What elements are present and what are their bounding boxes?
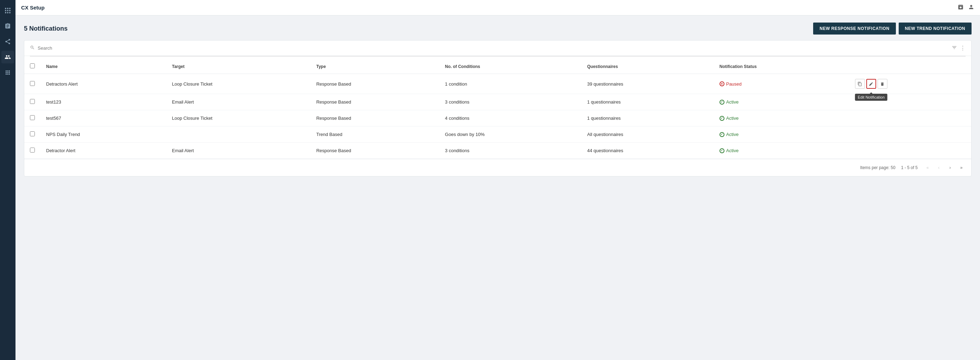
cell-actions	[850, 110, 971, 126]
archive-icon[interactable]	[958, 4, 964, 12]
table-row: NPS Daily TrendTrend BasedGoes down by 1…	[24, 126, 971, 143]
cell-actions	[850, 126, 971, 143]
table-row: Detractor AlertEmail AlertResponse Based…	[24, 143, 971, 159]
clipboard-icon[interactable]	[2, 20, 14, 32]
cell-type: Response Based	[310, 74, 439, 94]
cell-name: NPS Daily Trend	[40, 126, 166, 143]
page-title-text: Notifications	[29, 25, 68, 32]
notifications-card: ⋮ Name Target Type No. of	[24, 40, 972, 177]
page-header: 5 Notifications NEW RESPONSE NOTIFICATIO…	[24, 22, 972, 35]
notification-count: 5	[24, 25, 27, 32]
cell-name: test567	[40, 110, 166, 126]
cell-type: Response Based	[310, 143, 439, 159]
cell-questionnaires: 1 questionnaires	[582, 110, 714, 126]
pagination-last[interactable]: »	[957, 163, 966, 172]
items-per-page-label: Items per page: 50	[860, 165, 896, 170]
content-area: 5 Notifications NEW RESPONSE NOTIFICATIO…	[16, 16, 980, 360]
row-checkbox[interactable]	[30, 148, 35, 153]
cell-type: Response Based	[310, 94, 439, 110]
new-response-notification-button[interactable]: NEW RESPONSE NOTIFICATION	[813, 22, 896, 35]
cell-status: ✕ Paused	[714, 74, 850, 94]
col-name: Name	[40, 59, 166, 74]
cell-type: Response Based	[310, 110, 439, 126]
pagination-prev[interactable]: ‹	[935, 163, 943, 172]
search-actions: ⋮	[951, 45, 966, 51]
cell-status: ✓ Active	[714, 143, 850, 159]
col-target: Target	[166, 59, 310, 74]
cell-target	[166, 126, 310, 143]
cell-target: Loop Closure Ticket	[166, 110, 310, 126]
more-options-icon[interactable]: ⋮	[960, 45, 966, 51]
copy-button[interactable]	[855, 79, 865, 89]
cell-conditions: 1 condition	[439, 74, 582, 94]
table-row: Detractors AlertLoop Closure TicketRespo…	[24, 74, 971, 94]
new-trend-notification-button[interactable]: NEW TREND NOTIFICATION	[899, 22, 972, 35]
app-title-text: CX Setup	[21, 5, 45, 11]
table-header-row: Name Target Type No. of Conditions Quest…	[24, 59, 971, 74]
pagination-next[interactable]: ›	[946, 163, 954, 172]
sidebar	[0, 0, 16, 360]
topbar: CX Setup	[16, 0, 980, 16]
main-container: CX Setup 5 Notifications NEW RESPONSE NO…	[16, 0, 980, 360]
cell-status: ✓ Active	[714, 126, 850, 143]
col-type: Type	[310, 59, 439, 74]
grid-icon[interactable]	[2, 4, 14, 17]
topbar-right	[958, 4, 974, 12]
app-title: CX Setup	[21, 5, 45, 11]
cell-conditions: 3 conditions	[439, 143, 582, 159]
cell-questionnaires: All questionnaires	[582, 126, 714, 143]
cell-questionnaires: 44 questionnaires	[582, 143, 714, 159]
cell-type: Trend Based	[310, 126, 439, 143]
table-wrap: Name Target Type No. of Conditions Quest…	[24, 59, 971, 159]
cell-actions	[850, 143, 971, 159]
people-icon[interactable]	[2, 51, 14, 64]
items-per-page-value: 50	[891, 165, 895, 170]
cell-target: Loop Closure Ticket	[166, 74, 310, 94]
select-all-checkbox[interactable]	[30, 64, 35, 68]
col-actions	[850, 59, 971, 74]
row-checkbox[interactable]	[30, 115, 35, 120]
edit-tooltip-wrap: Edit Notification	[866, 79, 876, 89]
notifications-table: Name Target Type No. of Conditions Quest…	[24, 59, 971, 159]
select-all-cell	[24, 59, 40, 74]
search-input[interactable]	[38, 45, 951, 51]
row-checkbox[interactable]	[30, 81, 35, 86]
row-checkbox[interactable]	[30, 131, 35, 136]
cell-name: test123	[40, 94, 166, 110]
cell-status: ✓ Active	[714, 94, 850, 110]
filter-icon[interactable]	[951, 45, 957, 51]
cell-name: Detractors Alert	[40, 74, 166, 94]
cell-actions: Edit Notification	[850, 74, 971, 94]
edit-notification-tooltip: Edit Notification	[855, 94, 888, 101]
delete-button[interactable]	[878, 79, 888, 89]
pagination-range: 1 - 5 of 5	[901, 165, 918, 170]
pagination: Items per page: 50 1 - 5 of 5 « ‹ › »	[24, 159, 971, 176]
search-divider	[30, 56, 966, 56]
cell-target: Email Alert	[166, 94, 310, 110]
col-conditions: No. of Conditions	[439, 59, 582, 74]
col-status: Notification Status	[714, 59, 850, 74]
page-title: 5 Notifications	[24, 25, 68, 32]
pagination-first[interactable]: «	[923, 163, 932, 172]
user-icon[interactable]	[968, 4, 974, 12]
cell-questionnaires: 39 questionnaires	[582, 74, 714, 94]
edit-button[interactable]	[866, 79, 876, 89]
cell-conditions: Goes down by 10%	[439, 126, 582, 143]
cell-conditions: 3 conditions	[439, 94, 582, 110]
table-row: test567Loop Closure TicketResponse Based…	[24, 110, 971, 126]
cell-questionnaires: 1 questionnaires	[582, 94, 714, 110]
row-checkbox[interactable]	[30, 99, 35, 104]
apps-icon[interactable]	[2, 66, 14, 79]
share-icon[interactable]	[2, 35, 14, 48]
search-bar: ⋮	[24, 40, 971, 56]
items-per-page-text: Items per page:	[860, 165, 889, 170]
cell-target: Email Alert	[166, 143, 310, 159]
col-questionnaires: Questionnaires	[582, 59, 714, 74]
search-icon	[30, 45, 35, 51]
cell-conditions: 4 conditions	[439, 110, 582, 126]
cell-name: Detractor Alert	[40, 143, 166, 159]
cell-status: ✓ Active	[714, 110, 850, 126]
table-row: test123Email AlertResponse Based3 condit…	[24, 94, 971, 110]
search-input-wrap	[30, 45, 951, 51]
header-buttons: NEW RESPONSE NOTIFICATION NEW TREND NOTI…	[813, 22, 972, 35]
